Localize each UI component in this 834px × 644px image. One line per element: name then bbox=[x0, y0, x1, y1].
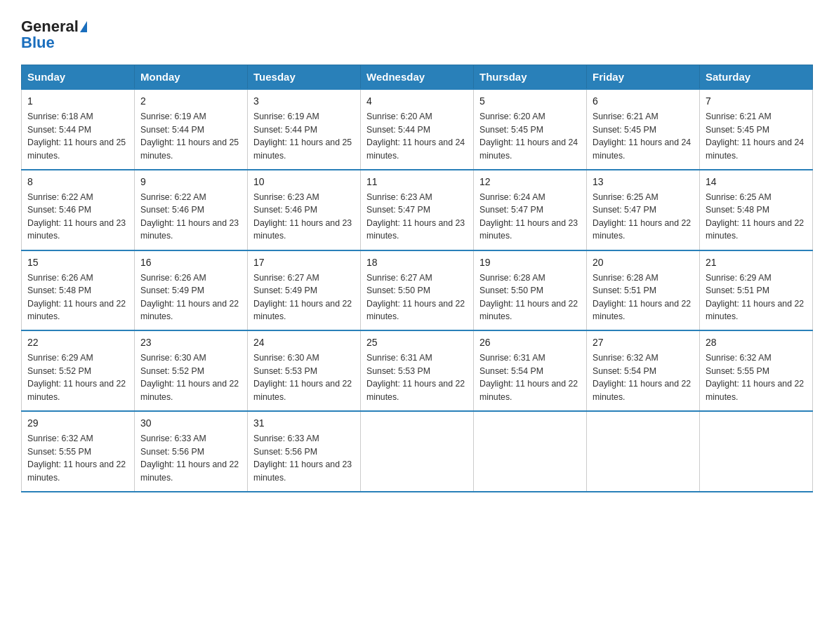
calendar-header-row: SundayMondayTuesdayWednesdayThursdayFrid… bbox=[22, 65, 813, 90]
day-info: Sunrise: 6:21 AMSunset: 5:45 PMDaylight:… bbox=[593, 110, 694, 162]
calendar-cell: 1Sunrise: 6:18 AMSunset: 5:44 PMDaylight… bbox=[22, 89, 135, 170]
calendar-cell: 9Sunrise: 6:22 AMSunset: 5:46 PMDaylight… bbox=[135, 170, 248, 250]
day-number: 5 bbox=[479, 94, 581, 109]
week-row-2: 8Sunrise: 6:22 AMSunset: 5:46 PMDaylight… bbox=[22, 170, 813, 250]
day-info: Sunrise: 6:32 AMSunset: 5:55 PMDaylight:… bbox=[27, 432, 128, 484]
day-number: 7 bbox=[706, 94, 807, 109]
day-info: Sunrise: 6:20 AMSunset: 5:45 PMDaylight:… bbox=[479, 110, 581, 162]
logo-text: General bbox=[21, 18, 88, 35]
day-number: 23 bbox=[140, 335, 241, 350]
header-sunday: Sunday bbox=[22, 65, 135, 90]
day-info: Sunrise: 6:32 AMSunset: 5:55 PMDaylight:… bbox=[706, 351, 807, 403]
calendar-cell: 14Sunrise: 6:25 AMSunset: 5:48 PMDayligh… bbox=[700, 170, 813, 250]
calendar-cell: 24Sunrise: 6:30 AMSunset: 5:53 PMDayligh… bbox=[248, 330, 361, 411]
day-number: 27 bbox=[593, 335, 694, 350]
calendar-cell: 22Sunrise: 6:29 AMSunset: 5:52 PMDayligh… bbox=[22, 330, 135, 411]
day-number: 8 bbox=[27, 175, 128, 189]
day-info: Sunrise: 6:21 AMSunset: 5:45 PMDaylight:… bbox=[706, 110, 807, 162]
day-info: Sunrise: 6:20 AMSunset: 5:44 PMDaylight:… bbox=[366, 110, 468, 162]
day-number: 4 bbox=[366, 94, 468, 109]
day-info: Sunrise: 6:29 AMSunset: 5:52 PMDaylight:… bbox=[27, 351, 128, 403]
day-info: Sunrise: 6:19 AMSunset: 5:44 PMDaylight:… bbox=[140, 110, 241, 162]
header-monday: Monday bbox=[135, 65, 248, 90]
day-number: 10 bbox=[253, 175, 355, 189]
page-header: General Blue bbox=[21, 14, 813, 52]
calendar-cell: 30Sunrise: 6:33 AMSunset: 5:56 PMDayligh… bbox=[135, 411, 248, 492]
calendar-cell: 28Sunrise: 6:32 AMSunset: 5:55 PMDayligh… bbox=[700, 330, 813, 411]
header-thursday: Thursday bbox=[474, 65, 587, 90]
day-number: 25 bbox=[366, 335, 468, 350]
day-number: 19 bbox=[479, 255, 581, 270]
day-number: 14 bbox=[706, 175, 807, 189]
day-info: Sunrise: 6:25 AMSunset: 5:48 PMDaylight:… bbox=[706, 191, 807, 243]
calendar-cell: 31Sunrise: 6:33 AMSunset: 5:56 PMDayligh… bbox=[248, 411, 361, 492]
day-number: 24 bbox=[253, 335, 355, 350]
day-info: Sunrise: 6:26 AMSunset: 5:48 PMDaylight:… bbox=[27, 271, 128, 323]
calendar-cell: 19Sunrise: 6:28 AMSunset: 5:50 PMDayligh… bbox=[474, 250, 587, 331]
day-number: 15 bbox=[27, 255, 128, 270]
day-number: 13 bbox=[593, 175, 694, 189]
calendar-cell: 4Sunrise: 6:20 AMSunset: 5:44 PMDaylight… bbox=[361, 89, 474, 170]
day-number: 17 bbox=[253, 255, 355, 270]
logo-blue-text: Blue bbox=[21, 34, 55, 52]
day-info: Sunrise: 6:31 AMSunset: 5:53 PMDaylight:… bbox=[366, 351, 468, 403]
day-info: Sunrise: 6:23 AMSunset: 5:47 PMDaylight:… bbox=[366, 191, 468, 243]
calendar-cell: 12Sunrise: 6:24 AMSunset: 5:47 PMDayligh… bbox=[474, 170, 587, 250]
day-info: Sunrise: 6:31 AMSunset: 5:54 PMDaylight:… bbox=[479, 351, 581, 403]
day-number: 28 bbox=[706, 335, 807, 350]
calendar-cell: 13Sunrise: 6:25 AMSunset: 5:47 PMDayligh… bbox=[587, 170, 700, 250]
calendar-table: SundayMondayTuesdayWednesdayThursdayFrid… bbox=[21, 65, 813, 492]
week-row-4: 22Sunrise: 6:29 AMSunset: 5:52 PMDayligh… bbox=[22, 330, 813, 411]
day-number: 22 bbox=[27, 335, 128, 350]
calendar-cell: 23Sunrise: 6:30 AMSunset: 5:52 PMDayligh… bbox=[135, 330, 248, 411]
week-row-3: 15Sunrise: 6:26 AMSunset: 5:48 PMDayligh… bbox=[22, 250, 813, 331]
day-info: Sunrise: 6:33 AMSunset: 5:56 PMDaylight:… bbox=[140, 432, 241, 484]
day-info: Sunrise: 6:24 AMSunset: 5:47 PMDaylight:… bbox=[479, 191, 581, 243]
calendar-cell: 8Sunrise: 6:22 AMSunset: 5:46 PMDaylight… bbox=[22, 170, 135, 250]
calendar-cell: 21Sunrise: 6:29 AMSunset: 5:51 PMDayligh… bbox=[700, 250, 813, 331]
day-number: 26 bbox=[479, 335, 581, 350]
day-info: Sunrise: 6:28 AMSunset: 5:50 PMDaylight:… bbox=[479, 271, 581, 323]
day-info: Sunrise: 6:22 AMSunset: 5:46 PMDaylight:… bbox=[27, 191, 128, 243]
day-info: Sunrise: 6:23 AMSunset: 5:46 PMDaylight:… bbox=[253, 191, 355, 243]
day-number: 9 bbox=[140, 175, 241, 189]
day-number: 2 bbox=[140, 94, 241, 109]
day-info: Sunrise: 6:30 AMSunset: 5:53 PMDaylight:… bbox=[253, 351, 355, 403]
calendar-cell: 20Sunrise: 6:28 AMSunset: 5:51 PMDayligh… bbox=[587, 250, 700, 331]
day-number: 16 bbox=[140, 255, 241, 270]
calendar-cell: 15Sunrise: 6:26 AMSunset: 5:48 PMDayligh… bbox=[22, 250, 135, 331]
calendar-cell: 16Sunrise: 6:26 AMSunset: 5:49 PMDayligh… bbox=[135, 250, 248, 331]
day-info: Sunrise: 6:27 AMSunset: 5:50 PMDaylight:… bbox=[366, 271, 468, 323]
calendar-cell bbox=[700, 411, 813, 492]
calendar-cell: 6Sunrise: 6:21 AMSunset: 5:45 PMDaylight… bbox=[587, 89, 700, 170]
calendar-cell: 11Sunrise: 6:23 AMSunset: 5:47 PMDayligh… bbox=[361, 170, 474, 250]
week-row-1: 1Sunrise: 6:18 AMSunset: 5:44 PMDaylight… bbox=[22, 89, 813, 170]
calendar-cell: 17Sunrise: 6:27 AMSunset: 5:49 PMDayligh… bbox=[248, 250, 361, 331]
calendar-cell bbox=[474, 411, 587, 492]
calendar-cell: 26Sunrise: 6:31 AMSunset: 5:54 PMDayligh… bbox=[474, 330, 587, 411]
day-number: 1 bbox=[27, 94, 128, 109]
calendar-cell bbox=[361, 411, 474, 492]
day-number: 18 bbox=[366, 255, 468, 270]
calendar-cell: 10Sunrise: 6:23 AMSunset: 5:46 PMDayligh… bbox=[248, 170, 361, 250]
day-number: 21 bbox=[706, 255, 807, 270]
day-number: 3 bbox=[253, 94, 355, 109]
header-saturday: Saturday bbox=[700, 65, 813, 90]
calendar-cell: 25Sunrise: 6:31 AMSunset: 5:53 PMDayligh… bbox=[361, 330, 474, 411]
logo: General Blue bbox=[21, 14, 88, 52]
calendar-cell: 7Sunrise: 6:21 AMSunset: 5:45 PMDaylight… bbox=[700, 89, 813, 170]
day-number: 20 bbox=[593, 255, 694, 270]
week-row-5: 29Sunrise: 6:32 AMSunset: 5:55 PMDayligh… bbox=[22, 411, 813, 492]
calendar-cell: 18Sunrise: 6:27 AMSunset: 5:50 PMDayligh… bbox=[361, 250, 474, 331]
day-info: Sunrise: 6:27 AMSunset: 5:49 PMDaylight:… bbox=[253, 271, 355, 323]
day-info: Sunrise: 6:32 AMSunset: 5:54 PMDaylight:… bbox=[593, 351, 694, 403]
day-info: Sunrise: 6:22 AMSunset: 5:46 PMDaylight:… bbox=[140, 191, 241, 243]
day-number: 11 bbox=[366, 175, 468, 189]
day-number: 29 bbox=[27, 416, 128, 431]
day-info: Sunrise: 6:26 AMSunset: 5:49 PMDaylight:… bbox=[140, 271, 241, 323]
header-wednesday: Wednesday bbox=[361, 65, 474, 90]
day-number: 6 bbox=[593, 94, 694, 109]
calendar-cell: 2Sunrise: 6:19 AMSunset: 5:44 PMDaylight… bbox=[135, 89, 248, 170]
calendar-cell: 3Sunrise: 6:19 AMSunset: 5:44 PMDaylight… bbox=[248, 89, 361, 170]
calendar-cell: 29Sunrise: 6:32 AMSunset: 5:55 PMDayligh… bbox=[22, 411, 135, 492]
